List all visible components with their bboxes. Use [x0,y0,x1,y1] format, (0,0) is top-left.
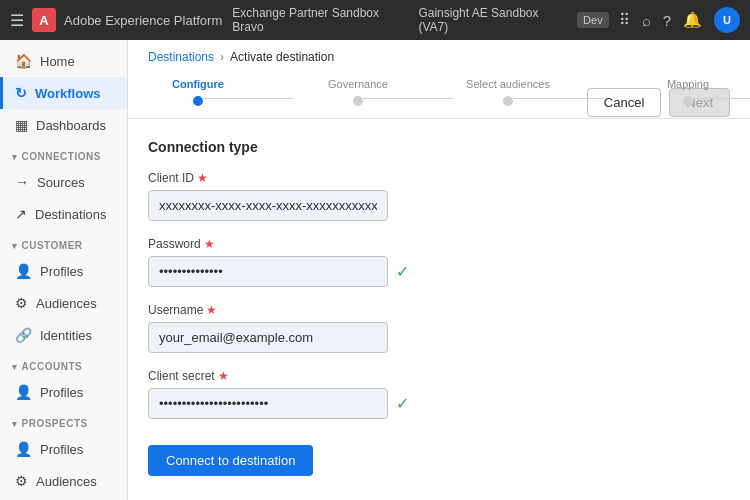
step-mapping-label: Mapping [667,78,709,90]
top-navigation: ☰ A Adobe Experience Platform Exchange P… [0,0,750,40]
section-header-connections: ▾ CONNECTIONS [0,141,127,166]
step-line-3 [513,98,603,99]
client-id-label: Client ID ★ [148,171,730,185]
breadcrumb: Destinations › Activate destination [148,50,730,64]
client-secret-label: Client secret ★ [148,369,730,383]
sandbox-env: Gainsight AE Sandbox (VA7) [418,6,567,34]
password-input[interactable] [148,256,388,287]
content-header: Destinations › Activate destination Canc… [128,40,750,119]
home-icon: 🏠 [15,53,32,69]
prospects-profiles-icon: 👤 [15,441,32,457]
breadcrumb-separator: › [220,50,224,64]
client-id-input[interactable] [148,190,388,221]
main-content: Connection type Client ID ★ Password ★ ✓ [128,119,750,500]
step-governance: Governance [308,78,408,106]
client-id-group: Client ID ★ [148,171,730,221]
app-name: Adobe Experience Platform [64,13,222,28]
hamburger-menu-icon[interactable]: ☰ [10,11,24,30]
password-required: ★ [204,237,215,251]
nav-left: ☰ A Adobe Experience Platform [10,8,222,32]
sidebar-item-workflows[interactable]: ↻ Workflows [0,77,127,109]
step-select-audiences-dot [503,96,513,106]
step-line-2 [363,98,453,99]
username-input[interactable] [148,322,388,353]
breadcrumb-current: Activate destination [230,50,334,64]
sidebar-item-customer-audiences-label: Audiences [36,296,97,311]
chevron-down-icon2: ▾ [12,241,18,251]
step-select-audiences: Select audiences [458,78,558,106]
connect-to-destination-button[interactable]: Connect to destination [148,445,313,476]
sidebar-item-accounts-profiles[interactable]: 👤 Profiles [0,376,127,408]
main-layout: 🏠 Home ↻ Workflows ▦ Dashboards ▾ CONNEC… [0,40,750,500]
step-select-audiences-label: Select audiences [466,78,550,90]
breadcrumb-destinations-link[interactable]: Destinations [148,50,214,64]
workflows-icon: ↻ [15,85,27,101]
sidebar-item-destinations-label: Destinations [35,207,107,222]
search-icon[interactable]: ⌕ [642,12,651,29]
sidebar-item-identities-label: Identities [40,328,92,343]
sidebar-item-sources-label: Sources [37,175,85,190]
sidebar-item-dashboards[interactable]: ▦ Dashboards [0,109,127,141]
sidebar-item-workflows-label: Workflows [35,86,101,101]
audiences-icon: ⚙ [15,295,28,311]
step-line-1 [203,98,293,99]
client-secret-group: Client secret ★ ✓ [148,369,730,419]
step-mapping-dot [683,96,693,106]
password-check-icon: ✓ [396,262,409,281]
username-group: Username ★ [148,303,730,353]
nav-center: Exchange Partner Sandbox Bravo Gainsight… [232,6,608,34]
step-configure: Configure [148,78,248,106]
sidebar-item-dashboards-label: Dashboards [36,118,106,133]
notifications-icon[interactable]: 🔔 [683,11,702,29]
sandbox-name: Exchange Partner Sandbox Bravo [232,6,408,34]
help-icon[interactable]: ? [663,12,671,29]
client-secret-check-icon: ✓ [396,394,409,413]
sidebar-item-prospects-profiles-label: Profiles [40,442,83,457]
chevron-down-icon: ▾ [12,152,18,162]
sidebar-item-accounts-profiles-label: Profiles [40,385,83,400]
sidebar-item-destinations[interactable]: ↗ Destinations [0,198,127,230]
chevron-down-icon3: ▾ [12,362,18,372]
sidebar-item-customer-audiences[interactable]: ⚙ Audiences [0,287,127,319]
identities-icon: 🔗 [15,327,32,343]
accounts-profiles-icon: 👤 [15,384,32,400]
nav-right: ⠿ ⌕ ? 🔔 U [619,7,740,33]
client-secret-input[interactable] [148,388,388,419]
dashboards-icon: ▦ [15,117,28,133]
client-secret-input-row: ✓ [148,388,730,419]
connection-type-title: Connection type [148,139,730,155]
username-label: Username ★ [148,303,730,317]
sidebar-item-home[interactable]: 🏠 Home [0,45,127,77]
section-header-customer: ▾ CUSTOMER [0,230,127,255]
sidebar: 🏠 Home ↻ Workflows ▦ Dashboards ▾ CONNEC… [0,40,128,500]
destinations-icon: ↗ [15,206,27,222]
password-label: Password ★ [148,237,730,251]
client-id-required: ★ [197,171,208,185]
password-input-row: ✓ [148,256,730,287]
client-secret-required: ★ [218,369,229,383]
section-header-prospects: ▾ PROSPECTS [0,408,127,433]
step-line-4 [693,98,750,99]
sidebar-item-customer-profiles[interactable]: 👤 Profiles [0,255,127,287]
section-header-accounts: ▾ ACCOUNTS [0,351,127,376]
content-area: Destinations › Activate destination Canc… [128,40,750,500]
sidebar-item-prospects-audiences-label: Audiences [36,474,97,489]
step-governance-label: Governance [328,78,388,90]
username-required: ★ [206,303,217,317]
sidebar-item-identities[interactable]: 🔗 Identities [0,319,127,351]
sidebar-item-prospects-audiences[interactable]: ⚙ Audiences [0,465,127,497]
profiles-icon: 👤 [15,263,32,279]
chevron-down-icon4: ▾ [12,419,18,429]
sources-icon: → [15,174,29,190]
sidebar-item-sources[interactable]: → Sources [0,166,127,198]
step-configure-label: Configure [172,78,224,90]
sidebar-item-home-label: Home [40,54,75,69]
avatar[interactable]: U [714,7,740,33]
step-mapping: Mapping [638,78,738,106]
sandbox-badge: Dev [577,12,609,28]
adobe-logo: A [32,8,56,32]
prospects-audiences-icon: ⚙ [15,473,28,489]
password-group: Password ★ ✓ [148,237,730,287]
sidebar-item-prospects-profiles[interactable]: 👤 Profiles [0,433,127,465]
apps-icon[interactable]: ⠿ [619,11,630,29]
